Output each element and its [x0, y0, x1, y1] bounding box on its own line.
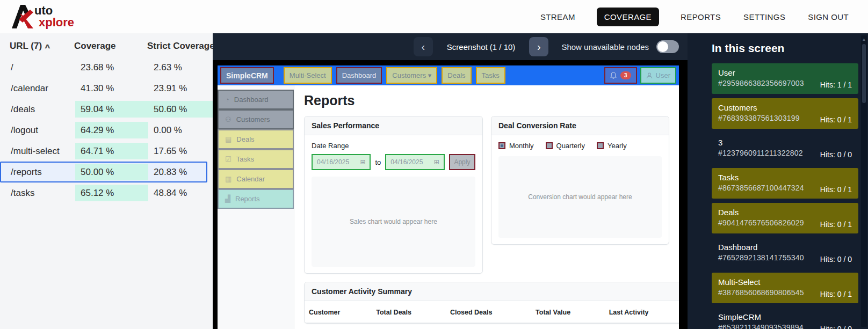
- radio-label: Quarterly: [556, 142, 585, 150]
- node-hits: Hits: 1 / 1: [820, 81, 852, 89]
- conversion-chart-placeholder: Conversion chart would appear here: [498, 156, 662, 238]
- radio-icon: [546, 142, 553, 149]
- user-label: User: [656, 71, 670, 79]
- row-url: /deals: [11, 104, 75, 115]
- activity-card-title: Customer Activity Summary: [305, 282, 679, 301]
- crm-sidebar-node[interactable]: ▟ Reports: [218, 189, 294, 209]
- activity-column-header: Last Activity: [605, 301, 679, 323]
- node-name: Deals: [718, 208, 852, 217]
- conversion-card-title: Deal Conversion Rate: [491, 116, 669, 135]
- toggle-knob: [657, 41, 668, 52]
- activity-column-header: Closed Deals: [446, 301, 531, 323]
- toggle-label: Show unavailable nodes: [561, 42, 649, 52]
- node-name: 3: [718, 138, 852, 147]
- coverage-table-body: / 23.68 % 2.63 % /calendar 41.30 % 23.91…: [0, 57, 207, 203]
- period-radio[interactable]: Monthly: [498, 142, 534, 150]
- coverage-table-header: URL (7) ∧ Coverage Strict Coverage: [0, 41, 207, 52]
- sidebar-item-label: Reports: [235, 195, 260, 203]
- crm-sidebar-node[interactable]: ☑ Tasks: [218, 149, 294, 169]
- radio-label: Yearly: [607, 142, 627, 150]
- prev-screenshot-button[interactable]: ‹: [414, 37, 433, 56]
- calendar-icon: ⊞: [434, 158, 439, 166]
- coverage-row[interactable]: /reports 50.00 % 20.83 %: [0, 162, 207, 182]
- node-card[interactable]: Customers #768393387561303199 Hits: 0 / …: [712, 98, 858, 129]
- coverage-panel: URL (7) ∧ Coverage Strict Coverage / 23.…: [0, 33, 213, 329]
- row-strict-value: 17.65 %: [148, 143, 218, 159]
- coverage-row[interactable]: /calendar 41.30 % 23.91 %: [0, 78, 207, 99]
- row-strict-value: 0.00 %: [148, 122, 218, 138]
- column-coverage[interactable]: Coverage: [74, 41, 147, 52]
- coverage-row[interactable]: / 23.68 % 2.63 %: [0, 57, 207, 78]
- period-radio[interactable]: Quarterly: [546, 142, 585, 150]
- crm-page-title: Reports: [304, 93, 669, 108]
- activity-table-header: Customer Total Deals Closed Deals Total …: [305, 301, 679, 323]
- crm-nav-node[interactable]: Customers ▾: [386, 67, 437, 84]
- crm-brand-node[interactable]: SimpleCRM: [220, 67, 274, 84]
- crm-notifications-node[interactable]: 3: [604, 67, 637, 84]
- node-card[interactable]: Tasks #8673856687100447324 Hits: 0 / 1: [712, 168, 858, 199]
- crm-sidebar-node[interactable]: ▦ Calendar: [218, 169, 294, 189]
- node-name: Multi-Select: [718, 277, 852, 287]
- row-url: /: [11, 62, 75, 73]
- apply-button[interactable]: Apply: [449, 154, 475, 170]
- node-hits: Hits: 0 / 1: [820, 115, 852, 124]
- sidebar-item-icon: ⚇: [225, 115, 232, 123]
- crm-nav-node[interactable]: Deals: [442, 67, 471, 84]
- row-strict-value: 20.83 %: [148, 164, 218, 180]
- deal-conversion-card: Deal Conversion Rate Monthly: [491, 116, 669, 245]
- row-url: /calendar: [11, 83, 75, 94]
- scroll-up-icon[interactable]: ▲: [861, 35, 867, 42]
- crm-nav-right: 3 User: [604, 67, 676, 84]
- nav-item[interactable]: STREAM: [539, 8, 576, 26]
- nav-item[interactable]: SIGN OUT: [807, 8, 850, 26]
- row-url: /tasks: [11, 188, 75, 199]
- nav-item[interactable]: REPORTS: [679, 8, 722, 26]
- radio-icon: [597, 142, 604, 149]
- node-panel-scrollbar[interactable]: ▲: [861, 35, 867, 327]
- coverage-row[interactable]: /logout 64.29 % 0.00 %: [0, 120, 207, 141]
- coverage-row[interactable]: /multi-select 64.71 % 17.65 %: [0, 141, 207, 162]
- app-logo: uto xplore: [10, 3, 74, 30]
- node-card[interactable]: SimpleCRM #6538211349093539894 Hits: 0 /…: [712, 308, 858, 329]
- column-url[interactable]: URL (7) ∧: [10, 41, 74, 52]
- node-card[interactable]: Dashboard #7652892138141755340 Hits: 0 /…: [712, 238, 858, 268]
- sidebar-item-icon: ▟: [225, 195, 230, 203]
- crm-navbar: SimpleCRM Multi-Select Dashboard Custome…: [218, 65, 679, 85]
- column-strict-coverage[interactable]: Strict Coverage: [147, 41, 217, 52]
- scrollbar-thumb[interactable]: [862, 44, 866, 103]
- sidebar-item-icon: ▦: [225, 175, 232, 183]
- row-strict-value: 50.60 %: [148, 101, 218, 118]
- row-coverage-value: 64.71 %: [75, 143, 148, 159]
- crm-sidebar-node[interactable]: ◔ Dashboard: [218, 90, 294, 109]
- to-label: to: [375, 158, 381, 166]
- crm-content: Reports Sales Performance Date Range 04/…: [294, 85, 679, 329]
- sales-card-title: Sales Performance: [305, 116, 482, 135]
- crm-nav-node[interactable]: Dashboard: [336, 67, 382, 84]
- show-unavailable-toggle[interactable]: [656, 40, 679, 53]
- crm-nav-node[interactable]: Multi-Select: [284, 67, 332, 84]
- coverage-row[interactable]: /tasks 65.12 % 48.84 %: [0, 182, 207, 203]
- node-hits: Hits: 0 / 1: [820, 220, 852, 229]
- node-card[interactable]: User #2959866382356697003 Hits: 1 / 1: [712, 63, 858, 94]
- node-card[interactable]: 3 #1237960911211322802 Hits: 0 / 0: [712, 133, 858, 164]
- date-from-input[interactable]: 04/16/2025 ⊞: [312, 154, 371, 170]
- crm-nav-node[interactable]: Tasks: [476, 67, 505, 84]
- node-card[interactable]: Multi-Select #3876856068690806545 Hits: …: [712, 273, 858, 303]
- sales-chart-placeholder: Sales chart would appear here: [312, 177, 475, 267]
- node-name: Dashboard: [718, 243, 852, 252]
- period-radio[interactable]: Yearly: [597, 142, 627, 150]
- crm-user-node[interactable]: User: [640, 67, 676, 84]
- sidebar-item-icon: ◔: [225, 96, 229, 104]
- nav-item[interactable]: SETTINGS: [742, 8, 786, 26]
- node-panel-title: In this screen: [712, 42, 858, 55]
- coverage-row[interactable]: /deals 59.04 % 50.60 %: [0, 99, 207, 120]
- node-card[interactable]: Deals #9041476576506826029 Hits: 0 / 1: [712, 203, 858, 233]
- nav-item[interactable]: COVERAGE: [597, 8, 659, 26]
- crm-sidebar-node[interactable]: ⚇ Customers: [218, 109, 294, 129]
- top-nav: STREAM COVERAGE REPORTS SETTINGS SIGN OU…: [539, 8, 850, 26]
- date-to-input[interactable]: 04/16/2025 ⊞: [385, 154, 444, 170]
- next-screenshot-button[interactable]: ›: [529, 37, 548, 56]
- conversion-period-options: Monthly Quarterly: [498, 142, 662, 150]
- row-coverage-value: 65.12 %: [75, 185, 148, 201]
- crm-sidebar-node[interactable]: ▤ Deals: [218, 129, 294, 149]
